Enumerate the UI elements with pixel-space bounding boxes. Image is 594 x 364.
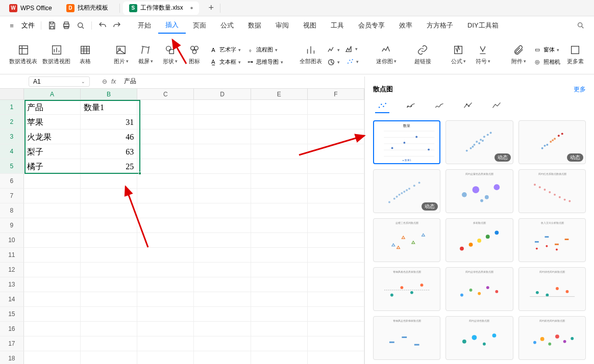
- cell[interactable]: [137, 233, 194, 248]
- screenshot-button[interactable]: 截屏▾: [134, 42, 157, 67]
- chart-line-button[interactable]: ▾: [325, 45, 342, 55]
- tab-workbook[interactable]: S 工作簿数量.xlsx •: [123, 2, 200, 15]
- tab-template[interactable]: D 找稻壳模板: [60, 2, 114, 14]
- thumb-scatter-triangles[interactable]: 蓝橙三色系列散点图: [373, 218, 440, 262]
- save-icon[interactable]: [47, 21, 57, 30]
- col-header-d[interactable]: D: [194, 89, 251, 99]
- flowchart-button[interactable]: ⬨流程图▾: [244, 45, 285, 55]
- cell[interactable]: [81, 218, 137, 233]
- cell[interactable]: [81, 174, 137, 189]
- col-header-c[interactable]: C: [137, 89, 194, 99]
- cell[interactable]: [194, 336, 251, 351]
- cell[interactable]: [194, 292, 251, 307]
- menu-tab-page[interactable]: 页面: [186, 18, 213, 33]
- chart-area-button[interactable]: ▾: [343, 44, 362, 54]
- cell[interactable]: 产品: [24, 100, 81, 115]
- row-header[interactable]: 15: [0, 307, 24, 322]
- row-header[interactable]: 11: [0, 248, 24, 263]
- cell[interactable]: [194, 248, 251, 263]
- cell[interactable]: [137, 115, 194, 129]
- cell[interactable]: [194, 351, 251, 364]
- cell[interactable]: [24, 307, 81, 322]
- thumb-scatter-downward[interactable]: 简约红色系散点数据点图: [518, 169, 586, 213]
- row-header[interactable]: 4: [0, 144, 24, 159]
- cell[interactable]: [308, 159, 364, 174]
- thumb-scatter-cluster-blue[interactable]: 动态: [445, 120, 513, 164]
- cell[interactable]: [81, 307, 137, 322]
- cell[interactable]: [194, 115, 251, 129]
- all-charts-button[interactable]: 全部图表: [298, 42, 324, 67]
- panel-more-link[interactable]: 更多: [574, 85, 586, 94]
- cell[interactable]: [137, 322, 194, 336]
- menu-tab-ffgz[interactable]: 方方格子: [419, 18, 460, 33]
- spreadsheet-grid[interactable]: A B C D E F 1产品数量12苹果313火龙果464梨子635橘子256…: [0, 89, 364, 364]
- cell[interactable]: [251, 233, 308, 248]
- menu-tab-member[interactable]: 会员专享: [351, 18, 392, 33]
- menu-tab-data[interactable]: 数据: [241, 18, 268, 33]
- cell[interactable]: [194, 203, 251, 218]
- cell[interactable]: [137, 218, 194, 233]
- menu-tab-tools[interactable]: 工具: [324, 18, 351, 33]
- icon-button[interactable]: 图标: [183, 42, 206, 67]
- cell[interactable]: [24, 218, 81, 233]
- cell[interactable]: [81, 203, 137, 218]
- window-button[interactable]: ▭窗体▾: [531, 45, 562, 55]
- search-button[interactable]: [575, 19, 587, 32]
- row-header[interactable]: 12: [0, 263, 24, 277]
- cell[interactable]: [137, 174, 194, 189]
- cell[interactable]: [137, 292, 194, 307]
- cell[interactable]: [308, 218, 364, 233]
- cell[interactable]: 火龙果: [24, 129, 81, 144]
- cell[interactable]: [81, 189, 137, 203]
- more-button[interactable]: 更多素: [563, 42, 587, 67]
- cell[interactable]: 46: [81, 129, 137, 144]
- cell[interactable]: [194, 144, 251, 159]
- cell[interactable]: [251, 203, 308, 218]
- cell[interactable]: [24, 203, 81, 218]
- thumb-scatter-rainbow-small[interactable]: 简约蓝绿色品质发散点图: [445, 267, 513, 311]
- file-menu[interactable]: 文件: [21, 21, 35, 30]
- pivot-table-button[interactable]: 数据透视表: [7, 42, 39, 67]
- cell[interactable]: [137, 129, 194, 144]
- menu-tab-formula[interactable]: 公式: [213, 18, 241, 33]
- row-header[interactable]: 17: [0, 336, 24, 351]
- cell[interactable]: [308, 189, 364, 203]
- row-header[interactable]: 3: [0, 129, 24, 144]
- cell[interactable]: [137, 189, 194, 203]
- cell[interactable]: 梨子: [24, 144, 81, 159]
- thumb-scatter-teal-solid[interactable]: 简约绿色简约发散点图: [518, 267, 586, 311]
- cell[interactable]: [137, 336, 194, 351]
- tab-wps-office[interactable]: W WPS Office: [3, 2, 58, 14]
- cell[interactable]: [24, 292, 81, 307]
- col-header-b[interactable]: B: [81, 89, 137, 99]
- row-header[interactable]: 1: [0, 100, 24, 115]
- cell[interactable]: [24, 233, 81, 248]
- cell[interactable]: [137, 100, 194, 115]
- row-header[interactable]: 18: [0, 351, 24, 364]
- cell[interactable]: [308, 277, 364, 292]
- cell[interactable]: [24, 322, 81, 336]
- cell[interactable]: [308, 322, 364, 336]
- mindmap-button[interactable]: ⊶思维导图▾: [244, 57, 285, 67]
- thumb-scatter-teal-bubbles[interactable]: 简约蓝绿色散点图: [445, 316, 513, 360]
- row-header[interactable]: 14: [0, 292, 24, 307]
- cell[interactable]: [24, 351, 81, 364]
- col-header-e[interactable]: E: [251, 89, 308, 99]
- cell[interactable]: [308, 115, 364, 129]
- col-header-f[interactable]: F: [308, 89, 364, 99]
- cell[interactable]: [194, 322, 251, 336]
- cell[interactable]: [308, 144, 364, 159]
- cell[interactable]: [308, 174, 364, 189]
- cell[interactable]: [24, 248, 81, 263]
- cell[interactable]: [24, 336, 81, 351]
- menu-tab-view[interactable]: 视图: [296, 18, 324, 33]
- cell[interactable]: [308, 248, 364, 263]
- cell[interactable]: [194, 129, 251, 144]
- menu-hamburger-icon[interactable]: ≡: [7, 21, 16, 30]
- picture-button[interactable]: 图片▾: [109, 42, 133, 67]
- cell[interactable]: [194, 100, 251, 115]
- name-box[interactable]: A1 ⌄: [29, 76, 90, 87]
- col-header-a[interactable]: A: [24, 89, 81, 99]
- thumb-scatter-bubbles[interactable]: 简约蓝紫色品质发散点图: [445, 169, 513, 213]
- thumb-scatter-cluster-color[interactable]: 动态: [518, 120, 586, 164]
